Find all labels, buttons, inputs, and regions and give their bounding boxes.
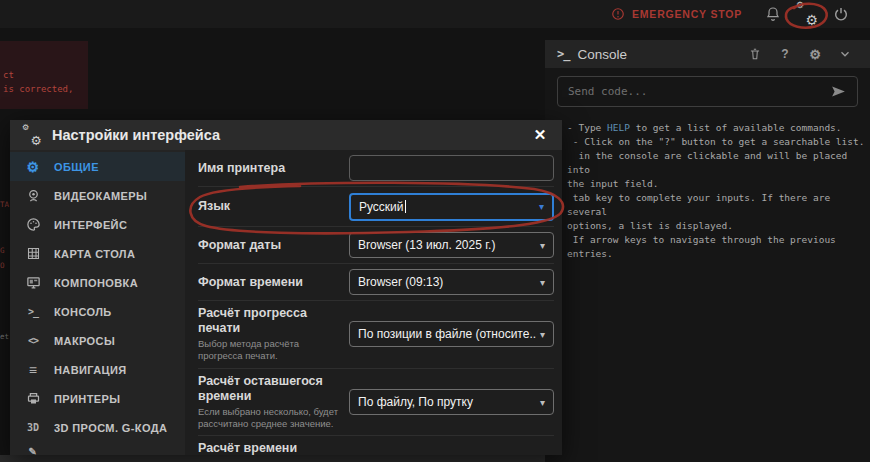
terminal-icon: >_ [22,306,44,317]
close-dialog-button[interactable]: ✕ [528,123,552,147]
language-select[interactable]: Русский▾ [349,193,554,221]
print-progress-calc-select[interactable]: По позиции в файле (относите...▾ [349,321,554,347]
interface-settings-dialog: ⚙⚙ Настройки интерфейса ✕ ⚙ОБЩИЕВИДЕОКАМ… [10,120,562,455]
background-error-line: is corrected, [3,84,73,94]
console-command-input[interactable]: Send code... [557,76,858,107]
sidebar-item-gcode-viewer[interactable]: 3D3D ПРОСМ. G-КОДА [10,413,185,442]
monitor-icon [22,275,44,290]
setting-label: Имя принтера [198,161,339,176]
help-command-link[interactable]: HELP [607,122,630,133]
chevron-down-icon: ▾ [540,277,545,288]
dialog-title: Настройки интерфейса [52,127,220,143]
console-panel-header: >_ Console ? ⚙ [545,40,870,68]
selected-value: По позиции в файле (относите... [358,327,536,341]
mainsail-app: ct is corrected, TAGOet EMERGENCY STOP ⚙… [0,0,870,462]
partial-icon: ✎ [22,446,44,455]
setting-label: Расчёт прогресса печати [198,306,339,336]
gear-icon: ⚙ [809,47,821,62]
gears-icon: ⚙⚙ [23,127,41,143]
sidebar-item-printers[interactable]: ПРИНТЕРЫ [10,384,185,413]
sidebar-item-label: ПРИНТЕРЫ [54,393,120,405]
console-output-line: - Type HELP to get a list of available c… [567,121,866,135]
notifications-bell-button[interactable] [756,1,790,27]
sidebar-item-partial[interactable]: ✎ [10,442,185,452]
gears-icon: ⚙⚙ [797,5,817,23]
settings-row-language: ЯзыкРусский▾ [198,187,554,227]
settings-sidebar: ⚙ОБЩИЕВИДЕОКАМЕРЫИНТЕРФЕЙСКАРТА СТОЛАКОМ… [10,150,185,455]
gcode-3d-icon: 3D [22,422,44,433]
power-button[interactable] [824,1,858,27]
sidebar-item-navigation[interactable]: ≡НАВИГАЦИЯ [10,355,185,384]
console-output: - Type HELP to get a list of available c… [545,113,870,261]
selected-value: Browser (13 июл. 2025 г.) [358,238,536,252]
console-collapse-button[interactable] [830,42,860,66]
printer-icon [22,391,44,406]
trash-icon [748,47,762,61]
background-error-panel: ct is corrected, [0,41,88,109]
send-icon[interactable] [830,83,847,100]
console-output-line: options, a list is displayed. [567,219,866,233]
console-clear-button[interactable] [740,42,770,66]
setting-label: Формат времени [198,275,339,290]
selected-value: По файлу, По прутку [358,395,536,409]
chevron-down-icon: ▾ [540,240,545,251]
settings-gears-button[interactable]: ⚙⚙ [790,1,824,27]
settings-row-date-format: Формат датыBrowser (13 июл. 2025 г.)▾ [198,227,554,264]
settings-row-remaining-time-calc: Расчёт оставшегося времениЕсли выбрано н… [198,369,554,437]
chevron-down-icon: ▾ [540,329,545,340]
setting-description: Выбор метода расчёта прогресса печати. [198,338,339,363]
sidebar-item-label: НАВИГАЦИЯ [54,364,127,376]
console-input-placeholder: Send code... [568,85,830,98]
console-output-line: tab key to complete your inputs. If ther… [567,191,866,219]
sidebar-item-interface[interactable]: ИНТЕРФЕЙС [10,210,185,239]
time-format-select[interactable]: Browser (09:13)▾ [349,269,554,295]
sidebar-item-label: КОНСОЛЬ [54,306,112,318]
menu-icon: ≡ [22,362,44,378]
console-output-line: the input field. [567,177,866,191]
webcam-icon [22,188,44,203]
power-icon [833,6,849,22]
grid-icon [22,246,44,261]
date-format-select[interactable]: Browser (13 июл. 2025 г.)▾ [349,232,554,258]
settings-row-print-progress-calc: Расчёт прогресса печатиВыбор метода расч… [198,301,554,369]
gear-icon: ⚙ [22,159,44,175]
sidebar-item-label: КАРТА СТОЛА [54,248,135,260]
code-icon: <> [22,335,44,346]
console-panel: >_ Console ? ⚙ Send code... [545,40,870,462]
sidebar-item-macros[interactable]: <>МАКРОСЫ [10,326,185,355]
selected-value: Русский [359,200,535,214]
background-text-fragment: TA [0,200,9,209]
sidebar-item-webcams[interactable]: ВИДЕОКАМЕРЫ [10,181,185,210]
sidebar-item-label: МАКРОСЫ [54,335,115,347]
chevron-down-icon: ▾ [540,397,545,408]
console-output-line: in the console are clickable and will be… [567,149,866,177]
close-icon: ✕ [534,126,547,144]
sidebar-item-dashboard[interactable]: КОМПОНОВКА [10,268,185,297]
console-output-line: - Click on the "?" button to get a searc… [567,135,866,149]
settings-form: Имя принтераЯзыкРусский▾Формат датыBrows… [185,150,562,455]
dialog-header: ⚙⚙ Настройки интерфейса ✕ [10,120,562,150]
sidebar-item-label: ИНТЕРФЕЙС [54,219,127,231]
text-cursor [405,200,406,213]
remaining-time-calc-select[interactable]: По файлу, По прутку▾ [349,389,554,415]
top-navbar: EMERGENCY STOP ⚙⚙ [0,0,870,28]
sidebar-item-console[interactable]: >_КОНСОЛЬ [10,297,185,326]
chevron-down-icon: ▾ [539,201,544,212]
console-settings-button[interactable]: ⚙ [800,42,830,66]
setting-label: Язык [198,199,339,214]
sidebar-item-general[interactable]: ⚙ОБЩИЕ [10,152,185,181]
background-text-fragment: et [0,332,9,341]
console-help-button[interactable]: ? [770,42,800,66]
bell-icon [765,6,781,22]
console-panel-title: Console [577,47,627,62]
printer-name-input[interactable] [349,155,554,181]
sidebar-item-heightmap[interactable]: КАРТА СТОЛА [10,239,185,268]
sidebar-item-label: ВИДЕОКАМЕРЫ [54,190,147,202]
palette-icon [22,217,44,232]
terminal-icon: >_ [557,47,569,61]
settings-row-printer-name: Имя принтера [198,150,554,187]
setting-label: Расчёт оставшегося времени [198,374,339,404]
sidebar-item-label: 3D ПРОСМ. G-КОДА [54,422,167,434]
emergency-stop-button[interactable]: EMERGENCY STOP [605,7,756,21]
setting-label: Формат даты [198,238,339,253]
